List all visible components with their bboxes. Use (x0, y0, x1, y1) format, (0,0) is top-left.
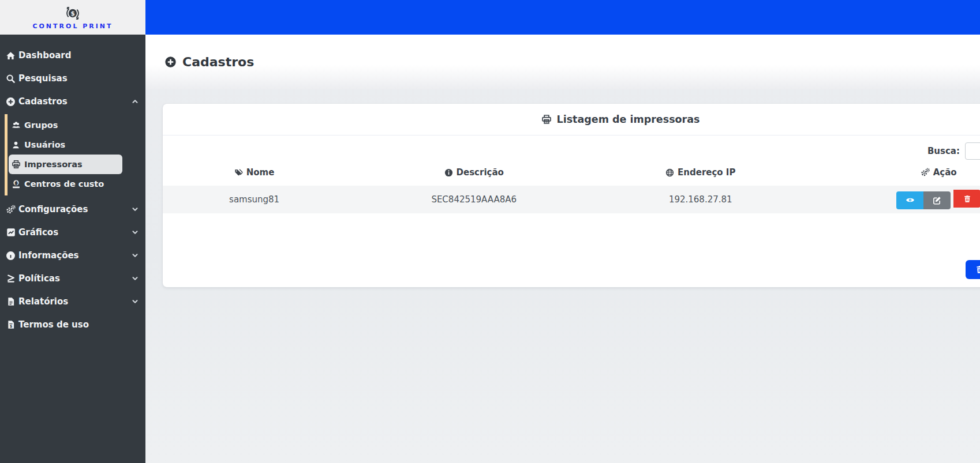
view-button[interactable] (896, 191, 923, 209)
printers-card: Listagem de impressoras Busca: (163, 104, 980, 287)
sidebar-item-relatorios[interactable]: Relatórios (0, 290, 145, 313)
card-title: Listagem de impressoras (557, 114, 700, 125)
printer-icon (11, 160, 21, 169)
sidebar-item-centros-de-custo[interactable]: Centros de custo (9, 174, 122, 194)
chevron-down-icon (132, 206, 139, 213)
brand-logo[interactable]: $ CONTROL PRINT (0, 0, 145, 35)
sidebar-nav: Dashboard Pesquisas Cadastros Grupos Usu… (0, 35, 145, 336)
column-header-acao: Ação (799, 164, 980, 186)
plus-circle-icon (5, 97, 16, 107)
donate-icon (11, 179, 21, 189)
plus-circle-icon (164, 56, 177, 68)
cell-nome: samsung81 (163, 186, 346, 213)
edit-icon (933, 196, 941, 205)
app-window: $ CONTROL PRINT Dashboard Pesquisas Cada… (0, 0, 980, 463)
eye-icon (906, 195, 915, 205)
sidebar-item-label: Cadastros (18, 96, 68, 107)
bulk-delete-button[interactable] (966, 260, 980, 279)
tags-icon (234, 168, 243, 177)
sidebar-item-label: Pesquisas (18, 73, 68, 84)
chevron-down-icon (132, 229, 139, 236)
sidebar-item-label: Usuários (24, 140, 65, 149)
file-dollar-icon (5, 320, 16, 329)
search-label: Busca: (927, 146, 960, 156)
search-icon (5, 74, 16, 84)
sidebar-item-dashboard[interactable]: Dashboard (0, 44, 145, 67)
home-icon (5, 51, 16, 61)
sidebar-item-configuracoes[interactable]: Configurações (0, 198, 145, 221)
users-icon (11, 121, 21, 130)
cadastros-submenu: Grupos Usuários Impressoras Centros de c… (5, 114, 145, 195)
delete-button[interactable] (953, 190, 980, 208)
printer-icon (541, 114, 552, 125)
page-title: Cadastros (182, 55, 254, 69)
table-header-row: Nome Descrição (163, 164, 980, 186)
info-circle-icon (444, 168, 453, 177)
info-circle-icon (5, 251, 16, 261)
sidebar-item-label: Configurações (18, 204, 88, 214)
gears-icon (921, 168, 930, 177)
row-action-group (896, 191, 951, 209)
sidebar-item-label: Políticas (18, 273, 60, 284)
cell-endereco-ip: 192.168.27.81 (602, 186, 799, 213)
chevron-down-icon (132, 298, 139, 305)
chevron-up-icon (132, 98, 139, 105)
topbar (145, 0, 980, 35)
table-row: samsung81 SEC842519AAA8A6 192.168.27.81 (163, 186, 980, 213)
greater-equal-icon (5, 274, 16, 283)
cell-descricao: SEC842519AAA8A6 (346, 186, 602, 213)
chevron-down-icon (132, 275, 139, 282)
column-header-endereco-ip: Endereço IP (602, 164, 799, 186)
main-content: Cadastros Listagem de impressoras Busca: (145, 0, 980, 463)
sidebar-item-label: Informações (18, 250, 79, 261)
printers-table: Nome Descrição (163, 164, 980, 213)
sidebar-item-label: Grupos (24, 121, 58, 130)
search-row: Busca: (163, 135, 980, 164)
sidebar-item-label: Impressoras (24, 160, 83, 169)
sidebar-item-label: Gráficos (18, 227, 58, 238)
chevron-down-icon (132, 252, 139, 259)
search-input[interactable] (965, 142, 980, 160)
dollar-sync-icon: $ (64, 5, 81, 22)
sidebar-item-grupos[interactable]: Grupos (9, 115, 122, 135)
brand-name: CONTROL PRINT (32, 22, 113, 30)
edit-button[interactable] (923, 191, 951, 209)
sidebar-item-termos-de-uso[interactable]: Termos de uso (0, 313, 145, 336)
chart-line-icon (5, 228, 16, 237)
sidebar-item-cadastros[interactable]: Cadastros (0, 90, 145, 113)
sidebar-item-pesquisas[interactable]: Pesquisas (0, 67, 145, 90)
column-header-nome: Nome (163, 164, 346, 186)
svg-text:$: $ (70, 10, 74, 17)
sidebar-item-usuarios[interactable]: Usuários (9, 135, 122, 155)
sidebar-item-label: Termos de uso (18, 319, 89, 330)
user-icon (11, 141, 21, 149)
sidebar: $ CONTROL PRINT Dashboard Pesquisas Cada… (0, 0, 145, 463)
content-header: Cadastros (145, 35, 980, 89)
sidebar-item-label: Centros de custo (24, 179, 104, 189)
card-header: Listagem de impressoras (163, 104, 980, 135)
sidebar-item-politicas[interactable]: Políticas (0, 267, 145, 290)
gears-icon (5, 205, 16, 214)
globe-icon (665, 168, 674, 177)
sidebar-item-label: Relatórios (18, 296, 68, 307)
sidebar-item-impressoras[interactable]: Impressoras (9, 155, 122, 174)
trash-icon (963, 195, 971, 203)
column-header-descricao: Descrição (346, 164, 602, 186)
sidebar-item-label: Dashboard (18, 50, 71, 61)
sidebar-item-informacoes[interactable]: Informações (0, 244, 145, 267)
sidebar-item-graficos[interactable]: Gráficos (0, 221, 145, 244)
file-icon (5, 297, 16, 306)
trash-icon (975, 265, 980, 274)
cell-acao (799, 186, 980, 213)
